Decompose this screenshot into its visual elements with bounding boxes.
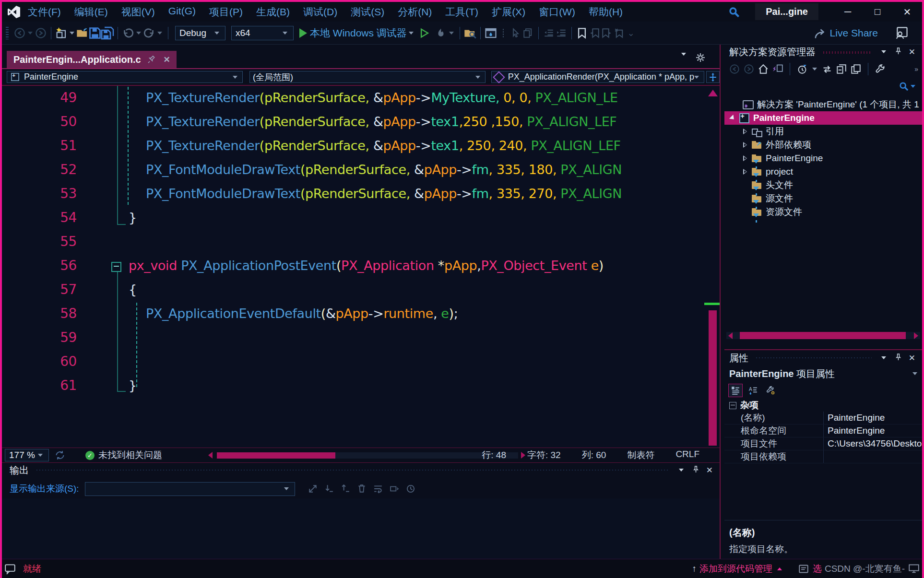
menu-item[interactable]: 生成(B): [256, 5, 290, 19]
output-pin-icon[interactable]: [692, 466, 699, 475]
line-number[interactable]: 51: [2, 134, 79, 158]
se-hscroll-right[interactable]: [914, 332, 918, 339]
code-line[interactable]: 52PX_FontModuleDrawText(pRenderSurface, …: [2, 158, 720, 182]
code-line[interactable]: 55: [2, 230, 720, 254]
properties-header[interactable]: 属性 ✕: [724, 350, 922, 366]
property-group-misc[interactable]: 杂项: [724, 399, 922, 412]
history-clock-icon[interactable]: [403, 483, 419, 495]
increase-indent-icon[interactable]: [555, 27, 568, 39]
line-number[interactable]: 56: [2, 254, 79, 278]
find-message-icon[interactable]: [305, 483, 321, 495]
output-source-select[interactable]: [85, 482, 295, 496]
property-value[interactable]: C:\Users\34756\Desktop: [824, 438, 922, 449]
autoscroll-icon[interactable]: [386, 483, 403, 495]
line-number[interactable]: 52: [2, 158, 79, 182]
tree-expand-icon[interactable]: [740, 155, 750, 161]
vertical-scrollbar-thumb[interactable]: [709, 310, 717, 446]
property-value[interactable]: PainterEngine: [824, 413, 922, 423]
goto-prev-message-icon[interactable]: [321, 483, 337, 495]
new-project-dropdown[interactable]: [70, 32, 74, 35]
live-share-label[interactable]: Live Share: [830, 27, 878, 39]
menu-item[interactable]: 调试(D): [303, 5, 337, 19]
property-row[interactable]: 根命名空间PainterEngine: [724, 425, 922, 437]
tree-item--[interactable]: 源文件: [724, 192, 922, 205]
se-preview-icon[interactable]: [850, 63, 862, 75]
se-forward-icon[interactable]: [743, 63, 755, 75]
menu-item[interactable]: 工具(T): [445, 5, 478, 19]
tree-item--painterengine-1-1[interactable]: 解决方案 'PainterEngine' (1 个项目, 共 1: [724, 98, 922, 111]
code-line[interactable]: 61}: [2, 374, 720, 398]
search-icon[interactable]: [724, 4, 744, 20]
remote-monitor-icon[interactable]: [908, 563, 920, 575]
line-number[interactable]: 54: [2, 206, 79, 230]
fold-collapse-icon[interactable]: [111, 262, 121, 272]
line-number[interactable]: 49: [2, 86, 79, 110]
close-button[interactable]: ✕: [892, 3, 922, 21]
zoom-level-select[interactable]: 177 %: [5, 449, 49, 461]
scope-dropdown[interactable]: (全局范围): [249, 71, 486, 83]
select-pointer-icon[interactable]: [509, 27, 522, 39]
next-bookmark-icon[interactable]: [601, 27, 613, 39]
solution-configuration-select[interactable]: Debug: [175, 26, 225, 40]
se-filter-dropdown[interactable]: [812, 68, 817, 71]
menu-item[interactable]: 视图(V): [121, 5, 155, 19]
menu-item[interactable]: 文件(F): [28, 5, 61, 19]
code-line[interactable]: 53PX_FontModuleDrawText(pRenderSurface, …: [2, 182, 720, 206]
live-share-icon[interactable]: [814, 27, 826, 39]
se-hscroll-thumb[interactable]: [740, 332, 906, 339]
clear-all-icon[interactable]: [354, 483, 370, 495]
se-properties-wrench-icon[interactable]: [874, 63, 887, 75]
start-debug-icon[interactable]: [299, 28, 307, 38]
debugger-target-dropdown[interactable]: [409, 32, 414, 35]
open-folder-icon[interactable]: [76, 27, 89, 39]
code-line[interactable]: 54}: [2, 206, 720, 230]
navigate-forward-icon[interactable]: [35, 27, 47, 39]
scrollbar-up-arrow[interactable]: [708, 90, 718, 96]
selection-text[interactable]: 选: [813, 563, 822, 575]
code-health-status[interactable]: ✓ 未找到相关问题: [85, 449, 162, 461]
se-sync-icon[interactable]: [821, 63, 833, 75]
minimize-button[interactable]: ─: [833, 3, 863, 21]
previous-bookmark-icon[interactable]: [588, 27, 601, 39]
menu-item[interactable]: 窗口(W): [539, 5, 575, 19]
se-pending-changes-filter-icon[interactable]: [796, 63, 808, 75]
property-pages-icon[interactable]: [764, 384, 777, 397]
se-search-icon[interactable]: [899, 82, 917, 91]
line-number[interactable]: 59: [2, 326, 79, 350]
code-line[interactable]: 58PX_ApplicationEventDefault(&pApp->runt…: [2, 302, 720, 326]
tree-item-painterengine[interactable]: PainterEngine: [724, 111, 922, 125]
navigate-back-dropdown[interactable]: [28, 32, 33, 35]
goto-next-message-icon[interactable]: [337, 483, 354, 495]
code-line[interactable]: 57{: [2, 278, 720, 302]
copy-icon[interactable]: [522, 27, 534, 39]
line-number[interactable]: 61: [2, 374, 79, 398]
toggle-bookmark-icon[interactable]: [576, 27, 588, 39]
properties-object-select[interactable]: PainterEngine 项目属性: [724, 366, 922, 382]
categorized-view-icon[interactable]: [728, 384, 743, 397]
clear-bookmarks-icon[interactable]: [613, 27, 626, 39]
find-in-files-icon[interactable]: [464, 27, 476, 39]
se-close-icon[interactable]: ✕: [909, 47, 915, 57]
code-line[interactable]: 56px_void PX_ApplicationPostEvent(PX_App…: [2, 254, 720, 278]
feedback-icon[interactable]: [4, 563, 16, 575]
se-overflow-chevrons[interactable]: »: [914, 65, 918, 73]
menu-item[interactable]: 分析(N): [398, 5, 432, 19]
panel-drag-handle[interactable]: [36, 468, 669, 472]
split-window-icon[interactable]: [706, 71, 720, 83]
project-dropdown[interactable]: PainterEngine: [7, 71, 243, 83]
menu-item[interactable]: 项目(P): [209, 5, 243, 19]
active-files-dropdown[interactable]: [681, 53, 686, 56]
se-switch-views-icon[interactable]: [771, 63, 784, 75]
redo-dropdown[interactable]: [157, 32, 162, 35]
editor-options-gear-icon[interactable]: [696, 53, 705, 64]
column-guide-icon[interactable]: [497, 27, 509, 39]
property-row[interactable]: (名称)PainterEngine: [724, 412, 922, 425]
line-number[interactable]: 57: [2, 278, 79, 302]
code-line[interactable]: 49PX_TextureRender(pRenderSurface, &pApp…: [2, 86, 720, 110]
menu-item[interactable]: 扩展(X): [492, 5, 525, 19]
pin-icon[interactable]: [147, 56, 156, 63]
navigate-back-icon[interactable]: [13, 27, 26, 39]
output-window-dropdown[interactable]: [679, 469, 684, 472]
output-content[interactable]: [2, 498, 720, 559]
se-window-dropdown[interactable]: [881, 50, 886, 53]
